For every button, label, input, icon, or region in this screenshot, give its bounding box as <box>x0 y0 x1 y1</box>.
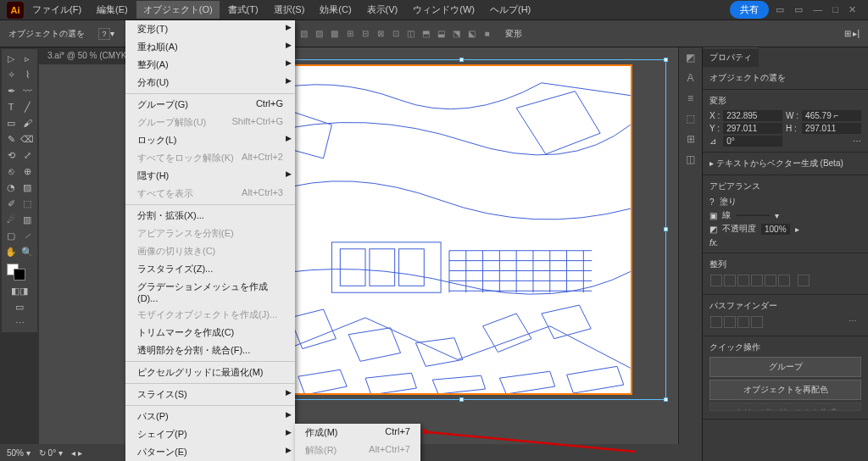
panel-icon[interactable]: ◫ <box>679 149 702 169</box>
lasso-tool[interactable]: ⌇ <box>19 67 35 82</box>
pathfinder-buttons[interactable]: ⋯ <box>709 315 861 330</box>
selection-tool[interactable]: ▷ <box>3 51 19 66</box>
menu-item[interactable]: 分割・拡張(X)... <box>125 207 295 225</box>
vector-gen-label[interactable]: ▸ テキストからベクター生成 (Beta) <box>709 158 843 168</box>
menu-item[interactable]: 隠す(H)▶ <box>125 167 295 185</box>
menu-item: 画像の切り抜き(C) <box>125 242 295 260</box>
gradient-tool[interactable]: ▨ <box>19 180 35 195</box>
menu-item[interactable]: 変形(T)▶ <box>125 20 295 38</box>
menu-object[interactable]: オブジェクト(O) <box>136 1 220 19</box>
color-swatches[interactable] <box>3 264 36 282</box>
quick-recolor-button[interactable]: オブジェクトを再配色 <box>709 380 861 400</box>
status-angle[interactable]: ↻ 0° ▾ <box>39 448 63 458</box>
panel-icon[interactable]: ≡ <box>679 88 702 108</box>
line-tool[interactable]: ╱ <box>19 99 35 114</box>
direct-select-tool[interactable]: ▹ <box>19 51 35 66</box>
y-value[interactable]: 297.011 <box>723 123 782 134</box>
menu-item[interactable]: 重ね順(A)▶ <box>125 38 295 56</box>
menu-effect[interactable]: 効果(C) <box>313 1 358 19</box>
selection-type-label: オブジェクトの選を <box>709 72 861 84</box>
brush-tool[interactable]: 🖌 <box>19 115 35 131</box>
color-mode[interactable]: ◧◨ <box>3 283 36 298</box>
panel-toggle-icon[interactable]: ⊞ ▸| <box>844 29 860 38</box>
eraser-tool[interactable]: ⌫ <box>19 131 35 147</box>
menu-help[interactable]: ヘルプ(H) <box>483 1 537 19</box>
menu-item[interactable]: ロック(L)▶ <box>125 131 295 149</box>
angle-value[interactable]: 0° <box>723 136 782 147</box>
menu-item[interactable]: グループ(G)Ctrl+G <box>125 96 295 114</box>
fx-label[interactable]: fx. <box>709 238 861 247</box>
menu-item: グループ解除(U)Shift+Ctrl+G <box>125 114 295 131</box>
menu-file[interactable]: ファイル(F) <box>25 1 88 19</box>
menu-item[interactable]: シェイプ(P)▶ <box>125 425 295 443</box>
x-value[interactable]: 232.895 <box>723 110 782 121</box>
shape-builder-tool[interactable]: ◔ <box>3 180 19 195</box>
app-logo: Ai <box>7 2 24 19</box>
quick-group-button[interactable]: グループ <box>709 357 861 377</box>
panel-icon[interactable]: A <box>679 68 702 88</box>
menu-item[interactable]: パス(P)▶ <box>125 408 295 425</box>
w-value[interactable]: 465.79 ⌐ <box>802 110 861 121</box>
properties-tab[interactable]: プロパティ <box>703 47 759 67</box>
align-buttons[interactable] <box>709 274 861 289</box>
free-transform-tool[interactable]: ⊕ <box>19 164 35 179</box>
opacity-value[interactable]: 100% <box>761 224 790 235</box>
opacity-box[interactable]: ◩ <box>709 225 717 234</box>
menu-item[interactable]: スライス(S)▶ <box>125 386 295 403</box>
y-label: Y : <box>709 124 720 133</box>
menu-item[interactable]: ピクセルグリッドに最適化(M) <box>125 364 295 381</box>
menu-edit[interactable]: 編集(E) <box>90 1 135 19</box>
blend-tool[interactable]: ⬚ <box>19 196 35 211</box>
menu-select[interactable]: 選択(S) <box>267 1 312 19</box>
hand-tool[interactable]: ✋ <box>3 244 19 259</box>
wand-tool[interactable]: ✧ <box>3 67 19 82</box>
slice-tool[interactable]: ⟋ <box>19 228 35 243</box>
panel-icon[interactable]: ⊞ <box>679 129 702 149</box>
rect-tool[interactable]: ▭ <box>3 115 19 131</box>
menu-item[interactable]: グラデーションメッシュを作成(D)... <box>125 278 295 306</box>
panel-icon[interactable]: ⬚ <box>679 108 702 129</box>
edit-toolbar[interactable]: ⋯ <box>3 315 36 330</box>
quick-clip-button[interactable]: クリッピングマスクを作成 <box>709 403 861 411</box>
w-label: W : <box>786 111 798 120</box>
menu-item[interactable]: パターン(E)▶ <box>125 443 295 461</box>
pen-tool[interactable]: ✒ <box>3 83 19 98</box>
menu-item[interactable]: 整列(A)▶ <box>125 56 295 74</box>
symbol-tool[interactable]: ☄ <box>3 212 19 227</box>
rotate-tool[interactable]: ⟲ <box>3 147 19 163</box>
fill-swatch[interactable]: ? <box>98 28 110 40</box>
h-value[interactable]: 297.011 <box>802 123 861 134</box>
share-button[interactable]: 共有 <box>730 1 769 19</box>
fill-box[interactable]: ? <box>709 197 715 207</box>
graph-tool[interactable]: ▥ <box>19 212 35 227</box>
zoom-tool[interactable]: 🔍 <box>19 244 35 259</box>
h-label: H : <box>786 124 798 133</box>
menu-type[interactable]: 書式(T) <box>221 1 265 19</box>
menu-item: すべてをロック解除(K)Alt+Ctrl+2 <box>125 149 295 167</box>
menu-item[interactable]: 分布(U)▶ <box>125 74 295 92</box>
menu-window[interactable]: ウィンドウ(W) <box>406 1 481 19</box>
menu-item[interactable]: トリムマークを作成(C) <box>125 324 295 342</box>
type-tool[interactable]: T <box>3 99 19 114</box>
width-tool[interactable]: ⎋ <box>3 164 19 179</box>
artboard-tool[interactable]: ▢ <box>3 228 19 243</box>
menu-item[interactable]: ラスタライズ(Z)... <box>125 260 295 278</box>
menu-item: モザイクオブジェクトを作成(J)... <box>125 306 295 324</box>
scale-tool[interactable]: ⤢ <box>19 147 35 163</box>
stroke-box[interactable]: ▣ <box>709 211 717 220</box>
menu-item[interactable]: 透明部分を分割・統合(F)... <box>125 342 295 359</box>
x-label: X : <box>709 111 720 120</box>
shaper-tool[interactable]: ✎ <box>3 131 19 147</box>
status-zoom[interactable]: 50% ▾ <box>7 448 31 458</box>
selection-bounds <box>258 59 666 400</box>
curvature-tool[interactable]: 〰 <box>19 83 35 98</box>
stroke-weight[interactable] <box>736 214 770 216</box>
submenu-item[interactable]: 作成(M)Ctrl+7 <box>295 424 420 442</box>
menu-view[interactable]: 表示(V) <box>360 1 405 19</box>
eyedropper-tool[interactable]: ✐ <box>3 196 19 211</box>
menu-item: アピアランスを分割(E) <box>125 225 295 242</box>
panel-icon[interactable]: ◩ <box>679 47 702 68</box>
screen-mode[interactable]: ▭ <box>3 299 36 314</box>
angle-label: ⊿ <box>709 136 720 146</box>
clipping-mask-submenu: 作成(M)Ctrl+7解除(R)Alt+Ctrl+7マスクを編集(E) <box>295 424 420 461</box>
